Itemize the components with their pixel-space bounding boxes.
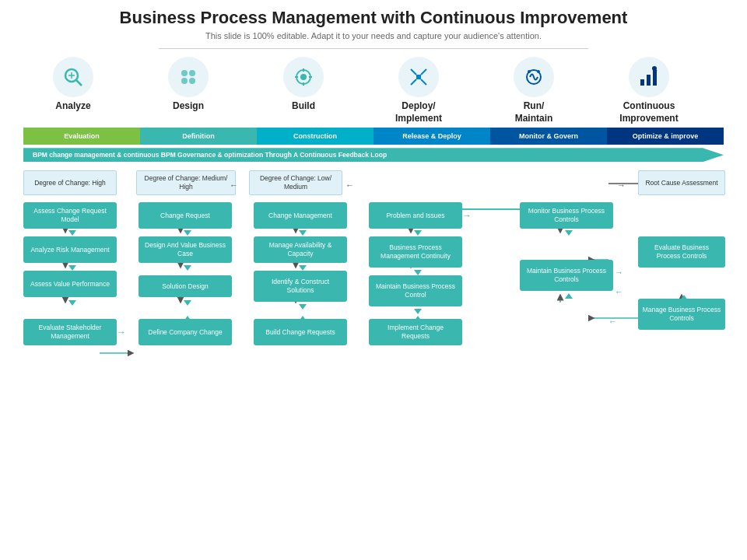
band-evaluation: Evaluation xyxy=(23,128,140,145)
box-evaluate-stakeholder: Evaluate Stakeholder Management xyxy=(23,319,117,345)
box-build-change-req: Build Change Requests xyxy=(254,319,347,345)
box-assess-value: Assess Value Performance xyxy=(23,271,117,297)
svg-rect-23 xyxy=(647,75,651,86)
arrow-col2-2 xyxy=(184,265,191,271)
phase-analyze-label: Analyze xyxy=(55,100,90,113)
divider xyxy=(159,48,588,49)
phases-header: Analyze Design xyxy=(16,57,731,124)
diagram-area: Degree of Change: High Degree of Change:… xyxy=(16,166,731,408)
arrow-col3-1 xyxy=(299,230,307,236)
degree-box-high: Degree of Change: High xyxy=(23,170,117,195)
arrow-col4-2 xyxy=(414,270,422,275)
box-maintain-bpc: Maintain Business Process Control xyxy=(369,275,462,306)
arrow-col1-3 xyxy=(68,300,76,306)
svg-line-1 xyxy=(76,80,82,86)
box-design-value: Design And Value Business Case xyxy=(139,236,232,263)
phase-design-icon xyxy=(168,57,209,97)
arrow-col1-1 xyxy=(68,230,76,236)
box-change-mgmt: Change Management xyxy=(254,202,347,229)
band-release: Release & Deploy xyxy=(374,128,490,145)
svg-line-17 xyxy=(421,79,426,85)
box-maintain-bpcs: Maintain Business Process Controls xyxy=(520,260,613,291)
box-identify-construct: Identify & Construct Solutions xyxy=(254,271,347,302)
box-manage-bpc: Manage Business Process Controls xyxy=(638,299,725,330)
phase-ci: ContinuousImprovement xyxy=(591,57,707,124)
arrow-col5-up xyxy=(565,293,573,299)
box-assess-change: Assess Change Request Model xyxy=(23,202,117,229)
box-problem-issues: Problem and Issues xyxy=(369,202,462,229)
bands-row: Evaluation Definition Construction Relea… xyxy=(23,128,724,145)
svg-rect-18 xyxy=(416,75,421,79)
arrow-col3-2 xyxy=(299,265,307,271)
arrow-col1-to-col2: → xyxy=(117,327,126,337)
arrow-col2-3 xyxy=(184,300,191,306)
page-title: Business Process Management with Continu… xyxy=(16,8,731,28)
phase-design-label: Design xyxy=(173,100,204,113)
page-subtitle: This slide is 100% editable. Adapt it to… xyxy=(16,31,731,40)
arrow-col6-manage-up xyxy=(680,295,688,300)
phase-ci-icon xyxy=(629,57,669,97)
box-solution-design: Solution Design xyxy=(139,275,232,297)
box-define-company: Define Company Change xyxy=(139,319,232,345)
box-manage-avail: Manage Availability & Capacity xyxy=(254,236,347,263)
band-construction: Construction xyxy=(257,128,374,145)
phase-analyze: Analyze xyxy=(16,57,131,124)
arrow-col4-to-col5: → xyxy=(462,211,472,220)
svg-line-16 xyxy=(411,69,416,75)
svg-line-15 xyxy=(421,69,426,75)
arrow-col6-manage-col5: ← xyxy=(608,317,617,326)
svg-line-14 xyxy=(411,79,416,85)
band-optimize: Optimize & improve xyxy=(607,128,724,145)
band-definition: Definition xyxy=(140,128,257,145)
box-bpm-continuity: Business Process Management Continuity xyxy=(369,236,462,268)
phase-run: Run/Maintain xyxy=(476,57,591,124)
phase-deploy: Deploy/Implement xyxy=(361,57,476,124)
svg-point-21 xyxy=(537,70,540,73)
svg-point-20 xyxy=(528,70,531,73)
arrow-col2-1 xyxy=(184,230,191,236)
svg-point-7 xyxy=(189,78,195,84)
phase-run-icon xyxy=(514,57,554,97)
svg-point-6 xyxy=(181,78,188,84)
phase-analyze-icon xyxy=(53,57,93,97)
box-monitor-bpc: Monitor Business Process Controls xyxy=(520,202,613,229)
phase-build-label: Build xyxy=(292,100,315,113)
slide: Business Process Management with Continu… xyxy=(0,0,747,560)
degree-arrow-3: → xyxy=(617,180,626,190)
phase-design: Design xyxy=(131,57,246,124)
arrow-col4-1 xyxy=(414,230,422,236)
arrow-col6-to-col5: ← xyxy=(615,287,623,296)
phase-build-icon xyxy=(283,57,324,97)
phase-build: Build xyxy=(246,57,361,124)
svg-rect-22 xyxy=(640,79,644,86)
box-change-request: Change Request xyxy=(139,202,232,229)
arrow-col3-3 xyxy=(299,304,307,310)
svg-point-5 xyxy=(189,70,195,76)
arrow-col4-up xyxy=(414,316,422,321)
degree-arrow-1: ← xyxy=(230,180,238,190)
degree-arrow-2: ← xyxy=(345,180,354,190)
degree-box-low-med: Degree of Change: Low/ Medium xyxy=(249,170,342,195)
arrow-col4-3 xyxy=(414,309,422,314)
arrow-col1-2 xyxy=(68,265,76,271)
svg-point-4 xyxy=(181,70,188,76)
arrow-banner: BPM change management & continuous BPM G… xyxy=(23,148,724,162)
phase-deploy-icon xyxy=(398,57,439,97)
phase-run-label: Run/Maintain xyxy=(515,100,553,124)
phase-ci-label: ContinuousImprovement xyxy=(619,100,678,124)
svg-rect-24 xyxy=(653,70,657,86)
svg-point-9 xyxy=(300,74,307,80)
degree-box-med-high: Degree of Change: Medium/ High xyxy=(136,170,236,195)
phase-deploy-label: Deploy/Implement xyxy=(395,100,442,124)
arrow-col3-up xyxy=(299,316,307,321)
box-implement-change: Implement Change Requests xyxy=(369,319,462,345)
arrow-col5-to-col6: → xyxy=(615,268,623,277)
arrow-col2-up xyxy=(184,316,191,321)
banner-text: BPM change management & continuous BPM G… xyxy=(23,148,724,162)
arrow-col5-down xyxy=(565,230,573,236)
band-monitor: Monitor & Govern xyxy=(490,128,607,145)
box-evaluate-bpc: Evaluate Business Process Controls xyxy=(638,236,725,268)
degree-box-root-cause: Root Cause Assessment xyxy=(638,170,725,195)
box-analyze-risk: Analyze Risk Management xyxy=(23,236,117,263)
